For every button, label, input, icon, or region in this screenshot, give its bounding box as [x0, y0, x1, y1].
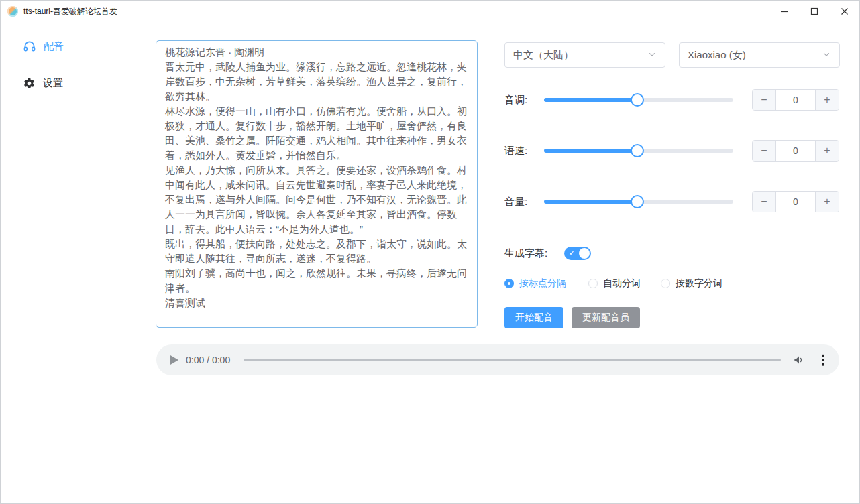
player-progress-bar[interactable] [244, 359, 781, 361]
radio-label: 按数字分词 [676, 277, 722, 290]
rate-slider-thumb[interactable] [631, 144, 644, 158]
pitch-value[interactable]: 0 [776, 90, 815, 110]
pitch-increase-button[interactable]: + [815, 90, 839, 110]
sidebar-item-label: 设置 [43, 77, 63, 90]
rate-increase-button[interactable]: + [815, 141, 839, 161]
chevron-down-icon [647, 50, 657, 61]
subtitle-toggle[interactable]: ✓ [564, 247, 591, 260]
volume-icon [792, 353, 806, 367]
maximize-icon [810, 7, 818, 15]
play-icon [170, 355, 178, 365]
volume-increase-button[interactable]: + [815, 192, 839, 212]
language-select-value: 中文（大陆） [513, 49, 574, 62]
more-icon [822, 355, 824, 357]
speaker-select-value: Xiaoxiao (女) [688, 49, 746, 62]
volume-slider-fill [544, 200, 637, 204]
volume-label: 音量: [504, 196, 527, 208]
minimize-button[interactable] [769, 1, 799, 22]
pitch-decrease-button[interactable]: − [753, 90, 776, 110]
rate-row: 语速: − 0 + [504, 140, 840, 162]
play-button[interactable] [170, 355, 178, 365]
language-select[interactable]: 中文（大陆） [504, 42, 665, 68]
minimize-icon [780, 7, 788, 15]
sidebar-item-dubbing[interactable]: 配音 [23, 40, 64, 53]
radio-split-by-punctuation[interactable]: 按标点分隔 [504, 277, 566, 290]
volume-value[interactable]: 0 [776, 192, 815, 212]
volume-slider-thumb[interactable] [631, 195, 644, 208]
more-options-button[interactable] [819, 352, 827, 369]
pitch-slider-fill [544, 98, 637, 102]
radio-icon [588, 279, 598, 288]
rate-value[interactable]: 0 [776, 141, 815, 161]
volume-row: 音量: − 0 + [504, 191, 840, 212]
speaker-select[interactable]: Xiaoxiao (女) [679, 42, 840, 68]
pitch-stepper: − 0 + [752, 89, 839, 111]
pitch-slider-thumb[interactable] [631, 93, 644, 107]
sidebar-item-label: 配音 [44, 40, 64, 53]
pitch-slider[interactable] [544, 98, 733, 102]
player-time: 0:00 / 0:00 [186, 355, 230, 365]
tts-text-input[interactable]: 桃花源记东晋 · 陶渊明 晋太元中，武陵人捕鱼为业。缘溪行，忘路之远近。忽逢桃花… [156, 40, 478, 328]
window-controls [769, 1, 859, 22]
rate-stepper: − 0 + [752, 140, 839, 162]
radio-icon [661, 279, 670, 288]
close-button[interactable] [829, 1, 859, 22]
pitch-row: 音调: − 0 + [504, 89, 840, 111]
volume-stepper: − 0 + [752, 191, 839, 212]
update-speakers-button[interactable]: 更新配音员 [572, 307, 640, 328]
radio-label: 按标点分隔 [519, 277, 566, 290]
sidebar-item-settings[interactable]: 设置 [23, 77, 63, 90]
gear-icon [23, 77, 36, 90]
toggle-knob [579, 248, 590, 259]
radio-split-by-number[interactable]: 按数字分词 [661, 277, 722, 290]
app-window: tts-tauri-吾爱破解论坛首发 配音 设置 桃花源记东晋 · 陶渊明 晋太… [0, 0, 860, 504]
radio-auto-segmentation[interactable]: 自动分词 [588, 277, 641, 290]
start-dubbing-button[interactable]: 开始配音 [504, 307, 563, 328]
app-logo-icon [7, 6, 18, 17]
volume-slider[interactable] [544, 200, 733, 204]
titlebar: tts-tauri-吾爱破解论坛首发 [1, 1, 859, 22]
headphones-icon [23, 40, 36, 53]
check-icon: ✓ [569, 249, 575, 257]
pitch-label: 音调: [504, 94, 527, 107]
chevron-down-icon [822, 50, 831, 61]
subtitle-label: 生成字幕: [504, 247, 547, 260]
volume-button[interactable] [792, 353, 806, 367]
radio-icon [504, 279, 514, 288]
audio-player: 0:00 / 0:00 [156, 344, 839, 375]
rate-slider[interactable] [544, 149, 733, 153]
window-title: tts-tauri-吾爱破解论坛首发 [23, 6, 117, 17]
radio-label: 自动分词 [603, 277, 641, 290]
close-icon [841, 7, 849, 15]
maximize-button[interactable] [799, 1, 829, 22]
rate-decrease-button[interactable]: − [753, 141, 776, 161]
sidebar-divider [142, 27, 142, 503]
volume-decrease-button[interactable]: − [753, 192, 776, 212]
rate-slider-fill [544, 149, 637, 153]
rate-label: 语速: [504, 145, 527, 158]
